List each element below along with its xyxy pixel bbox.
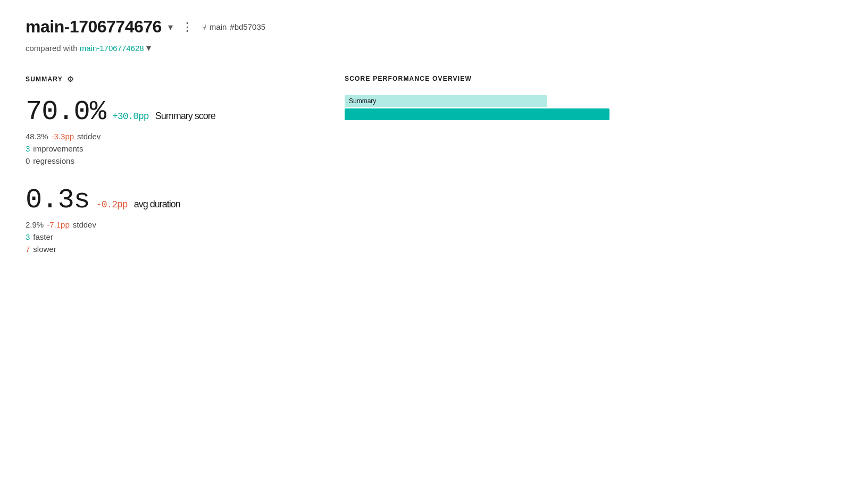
- slower-row: 7 slower: [26, 245, 302, 254]
- header-top: main-1706774676 ▾ ⋮ ⑂ main #bd57035: [26, 17, 826, 37]
- score-stat-block: 70.0% +30.0pp Summary score 48.3% -3.3pp…: [26, 96, 302, 165]
- compared-build-link[interactable]: main-1706774628: [80, 44, 144, 53]
- summary-panel: SUMMARY ⚙ 70.0% +30.0pp Summary score 48…: [26, 75, 302, 273]
- regressions-label: regressions: [33, 156, 74, 165]
- compared-with-row: compared with main-1706774628 ▾: [26, 42, 826, 54]
- faster-label: faster: [33, 232, 53, 241]
- chart-section-title: SCORE PERFORMANCE OVERVIEW: [345, 75, 826, 82]
- more-options-button[interactable]: ⋮: [179, 20, 196, 34]
- improvements-row: 3 improvements: [26, 144, 302, 153]
- duration-label: avg duration: [134, 199, 180, 210]
- page-header: main-1706774676 ▾ ⋮ ⑂ main #bd57035 comp…: [26, 17, 826, 54]
- chart-row-summary: Summary: [345, 95, 826, 120]
- duration-stddev-row: 2.9% -7.1pp stddev: [26, 220, 302, 229]
- duration-stddev-delta: -7.1pp: [47, 220, 70, 229]
- score-delta: +30.0pp: [112, 111, 149, 122]
- chart-container: Summary: [345, 95, 826, 120]
- branch-icon: ⑂: [202, 23, 206, 31]
- duration-stddev-label: stddev: [73, 220, 96, 229]
- summary-title-text: SUMMARY: [26, 75, 63, 83]
- score-label: Summary score: [155, 111, 215, 122]
- slower-count: 7: [26, 245, 30, 254]
- duration-delta: -0.2pp: [96, 199, 128, 210]
- faster-row: 3 faster: [26, 232, 302, 241]
- bar-track-summary: Summary: [345, 95, 826, 120]
- chart-title-text: SCORE PERFORMANCE OVERVIEW: [345, 75, 472, 82]
- improvements-count: 3: [26, 144, 30, 153]
- summary-section-title: SUMMARY ⚙: [26, 75, 302, 83]
- regressions-row: 0 regressions: [26, 156, 302, 165]
- duration-stddev-value: 2.9%: [26, 220, 44, 229]
- score-stddev-row: 48.3% -3.3pp stddev: [26, 132, 302, 141]
- branch-name: main: [210, 22, 227, 31]
- commit-hash: #bd57035: [230, 22, 265, 31]
- score-main-value-row: 70.0% +30.0pp Summary score: [26, 96, 302, 128]
- duration-value: 0.3s: [26, 184, 90, 216]
- chart-panel: SCORE PERFORMANCE OVERVIEW Summary: [345, 75, 826, 123]
- score-stddev-label: stddev: [77, 132, 101, 141]
- build-title-chevron-icon[interactable]: ▾: [168, 21, 173, 33]
- score-stddev-delta: -3.3pp: [52, 132, 74, 141]
- score-stddev-value: 48.3%: [26, 132, 48, 141]
- bar-light-summary: Summary: [345, 95, 547, 107]
- main-content: SUMMARY ⚙ 70.0% +30.0pp Summary score 48…: [26, 75, 826, 273]
- build-title: main-1706774676: [26, 17, 162, 37]
- duration-main-value-row: 0.3s -0.2pp avg duration: [26, 184, 302, 216]
- bar-light-label: Summary: [349, 97, 376, 105]
- compared-build-chevron-icon[interactable]: ▾: [146, 43, 151, 53]
- bar-dark-summary: [345, 108, 609, 120]
- gear-icon[interactable]: ⚙: [67, 75, 74, 83]
- faster-count: 3: [26, 232, 30, 241]
- improvements-label: improvements: [33, 144, 83, 153]
- regressions-count: 0: [26, 156, 30, 165]
- duration-stat-block: 0.3s -0.2pp avg duration 2.9% -7.1pp std…: [26, 184, 302, 254]
- slower-label: slower: [33, 245, 56, 254]
- score-value: 70.0%: [26, 96, 106, 128]
- branch-info: ⑂ main #bd57035: [202, 22, 265, 31]
- compared-with-label: compared with: [26, 44, 78, 53]
